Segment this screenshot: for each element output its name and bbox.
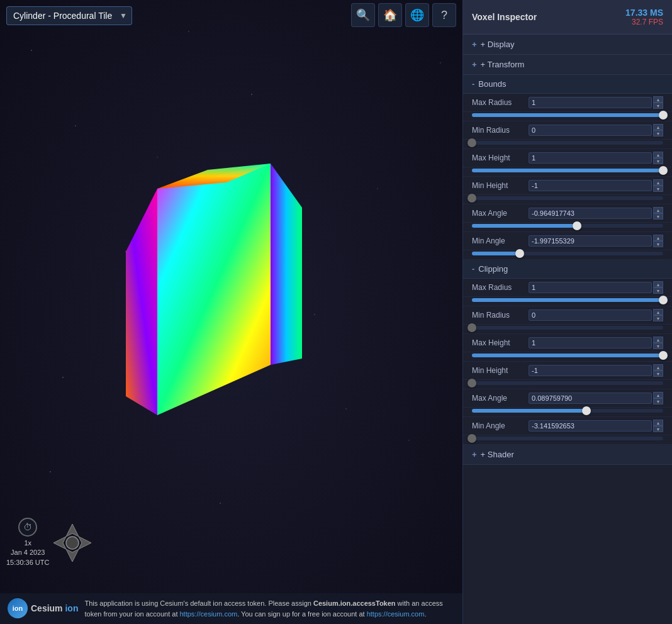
bounds-max-radius-slider-row [463,112,672,121]
bounds-max-radius-input[interactable] [529,97,652,108]
clipping-max-angle-down[interactable]: ▼ [653,398,663,404]
bounds-max-angle-down[interactable]: ▼ [653,213,663,220]
clock-speed: 1x [6,538,49,548]
clipping-min-radius-down[interactable]: ▼ [653,315,663,321]
clipping-min-radius-slider[interactable] [472,326,663,330]
bounds-min-radius-slider[interactable] [472,141,663,145]
bounds-max-radius-slider[interactable] [472,113,663,117]
bounds-min-angle-input-wrapper: ▲ ▼ [529,235,663,247]
bounds-max-angle-slider[interactable] [472,224,663,228]
bounds-min-angle-spinner: ▲ ▼ [653,235,663,247]
bounds-min-radius-label: Min Radius [472,126,529,135]
bounds-max-radius-up[interactable]: ▲ [653,96,663,103]
clipping-min-angle-input-wrapper: ▲ ▼ [529,420,663,432]
bounds-max-angle-up[interactable]: ▲ [653,207,663,213]
clipping-max-height-up[interactable]: ▲ [653,337,663,343]
clipping-max-radius-up[interactable]: ▲ [653,281,663,287]
display-toggle-icon: + [472,40,477,49]
bounds-max-radius-label: Max Radius [472,98,529,107]
bounds-max-angle-input[interactable] [529,208,652,219]
clipping-max-angle-slider-row [463,408,672,417]
clipping-max-height-row: Max Height ▲ ▼ [463,334,672,352]
svg-marker-4 [157,164,271,415]
inspector-ms: 17.33 MS [625,8,663,18]
clipping-min-angle-down[interactable]: ▼ [653,426,663,432]
clipping-min-angle-slider[interactable] [472,437,663,440]
bounds-max-radius-row: Max Radius ▲ ▼ [463,94,672,112]
display-section-header[interactable]: + + Display [463,35,672,55]
shader-section-label: + Shader [481,450,514,459]
bounds-max-radius-down[interactable]: ▼ [653,103,663,109]
navigation-widget[interactable] [50,521,94,567]
bounds-max-height-label: Max Height [472,153,529,162]
clipping-max-angle-input[interactable] [529,393,652,404]
bounds-max-angle-label: Max Angle [472,209,529,218]
bounds-max-height-down[interactable]: ▼ [653,158,663,164]
cylinder-3d-shape [126,126,302,459]
cesium-com-link[interactable]: https://cesium.com [367,610,425,618]
clipping-max-height-input[interactable] [529,337,652,348]
bounds-min-height-spinner: ▲ ▼ [653,179,663,192]
bounds-max-height-slider-row [463,167,672,177]
bounds-min-angle-input[interactable] [529,235,652,247]
clipping-max-angle-slider[interactable] [472,409,663,413]
clipping-min-height-up[interactable]: ▲ [653,364,663,370]
bounds-min-angle-down[interactable]: ▼ [653,241,663,247]
bounds-min-radius-down[interactable]: ▼ [653,130,663,136]
clipping-max-height-down[interactable]: ▼ [653,343,663,349]
clipping-max-angle-up[interactable]: ▲ [653,392,663,398]
clipping-max-radius-input[interactable] [529,282,652,293]
bounds-max-height-slider[interactable] [472,169,663,172]
bounds-min-radius-spinner: ▲ ▼ [653,124,663,136]
clipping-max-angle-spinner: ▲ ▼ [653,392,663,404]
scene-dropdown[interactable]: Cylinder - Procedural Tile [6,6,132,25]
inspector-title: Voxel Inspector [472,12,537,22]
transform-section-header[interactable]: + + Transform [463,55,672,75]
shader-toggle-icon: + [472,450,477,459]
clipping-max-radius-slider[interactable] [472,298,663,302]
bounds-max-height-input[interactable] [529,152,652,164]
clock-widget: ⏱ 1x Jan 4 2023 15:30:36 UTC [6,518,49,567]
bounds-min-radius-input-wrapper: ▲ ▼ [529,124,663,136]
clipping-max-angle-input-wrapper: ▲ ▼ [529,392,663,404]
scene-dropdown-wrapper[interactable]: Cylinder - Procedural Tile ▼ [6,6,132,25]
bounds-min-angle-row: Min Angle ▲ ▼ [463,232,672,250]
clipping-max-radius-down[interactable]: ▼ [653,287,663,294]
bounds-min-angle-slider-row [463,250,672,260]
bounds-min-radius-up[interactable]: ▲ [653,124,663,130]
bounds-min-angle-slider[interactable] [472,252,663,255]
shader-section-header[interactable]: + + Shader [463,445,672,465]
bounds-min-radius-input[interactable] [529,125,652,136]
bounds-max-height-row: Max Height ▲ ▼ [463,149,672,167]
clipping-min-height-slider[interactable] [472,381,663,385]
clipping-min-angle-input[interactable] [529,420,652,432]
clipping-section-header[interactable]: - Clipping [463,260,672,279]
clipping-min-radius-up[interactable]: ▲ [653,309,663,315]
clipping-min-height-input[interactable] [529,365,652,376]
bounds-section-header[interactable]: - Bounds [463,75,672,94]
bounds-min-angle-up[interactable]: ▲ [653,235,663,241]
bounds-min-height-down[interactable]: ▼ [653,186,663,192]
svg-marker-5 [66,524,79,537]
clipping-max-radius-spinner: ▲ ▼ [653,281,663,294]
clipping-min-angle-up[interactable]: ▲ [653,420,663,426]
clipping-max-height-spinner: ▲ ▼ [653,337,663,349]
clipping-min-radius-input[interactable] [529,309,652,321]
clipping-max-height-slider[interactable] [472,354,663,357]
bounds-max-height-input-wrapper: ▲ ▼ [529,152,663,164]
clipping-min-height-down[interactable]: ▼ [653,370,663,377]
bounds-min-height-up[interactable]: ▲ [653,179,663,186]
bounds-min-height-slider[interactable] [472,196,663,200]
bounds-max-angle-spinner: ▲ ▼ [653,207,663,220]
bounds-min-height-input[interactable] [529,180,652,191]
bounds-min-height-slider-row [463,195,672,204]
clock-icon[interactable]: ⏱ [18,518,37,537]
clipping-min-angle-row: Min Angle ▲ ▼ [463,417,672,435]
bounds-max-height-spinner: ▲ ▼ [653,152,663,164]
bounds-min-angle-label: Min Angle [472,237,529,245]
cesium-ion-link[interactable]: https://cesium.com [180,610,238,618]
svg-marker-8 [53,537,66,549]
clipping-max-radius-slider-row [463,297,672,306]
bounds-max-height-up[interactable]: ▲ [653,152,663,158]
clipping-min-height-row: Min Height ▲ ▼ [463,362,672,380]
